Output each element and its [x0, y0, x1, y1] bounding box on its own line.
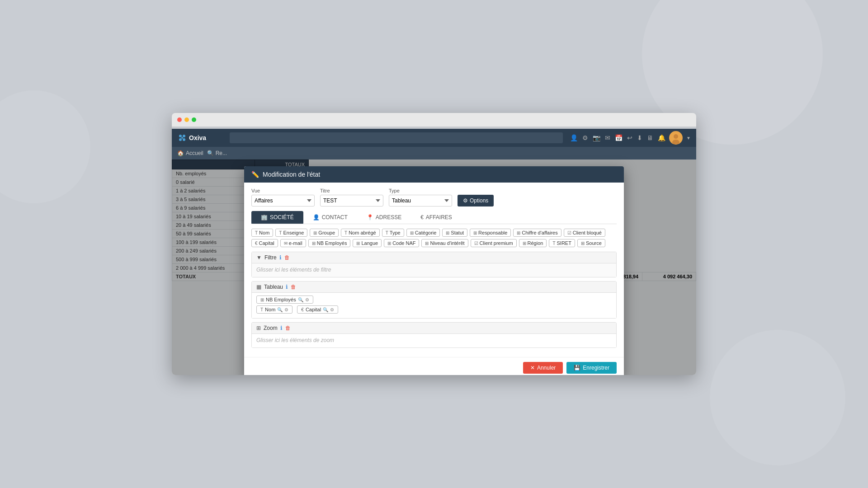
modal-overlay: ✏️ Modification de l'état Vue Affaires [172, 160, 696, 375]
tableau-icon: ▦ [256, 284, 261, 290]
field-tag-label: Responsable [478, 230, 507, 235]
cell-settings-action[interactable]: ⚙ [305, 297, 309, 302]
user-avatar[interactable] [669, 131, 683, 145]
tableau-cell-capital[interactable]: €Capital🔍⚙ [297, 305, 338, 314]
field-tag-chiffre-d'affaires[interactable]: ⊞Chiffre d'affaires [513, 229, 561, 237]
type-select[interactable]: Tableau [389, 195, 452, 206]
nav-recherche[interactable]: 🔍 Re... [207, 150, 227, 156]
tab-societe[interactable]: 🏢SOCIÉTÉ [251, 211, 303, 224]
cell-grid-icon: ⊞ [260, 297, 264, 302]
zoom-title: Zoom [264, 325, 278, 331]
camera-icon[interactable]: 📷 [593, 134, 600, 141]
field-tag-responsable[interactable]: ⊞Responsable [470, 229, 511, 237]
options-label: Options [470, 197, 488, 204]
cell-capital-search[interactable]: 🔍 [323, 307, 328, 312]
annuler-button[interactable]: ✕ Annuler [523, 362, 563, 374]
browser-dot-red[interactable] [177, 117, 182, 122]
field-tag-groupe[interactable]: ⊞Groupe [310, 229, 339, 237]
mail-icon[interactable]: ✉ [605, 134, 610, 141]
filtre-info-icon[interactable]: ℹ [279, 254, 282, 261]
field-tag-langue[interactable]: ⊞Langue [353, 239, 382, 247]
modal-footer: ✕ Annuler 💾 Enregistrer [244, 357, 624, 375]
field-tag-client-premium[interactable]: ☑Client premium [471, 239, 517, 247]
field-tag-statut[interactable]: ⊞Statut [442, 229, 467, 237]
field-tag-label: Nom abrégé [349, 230, 376, 235]
field-tag-label: SIRET [557, 240, 571, 246]
download-icon[interactable]: ⬇ [637, 134, 642, 141]
field-type-icon: T [279, 230, 282, 235]
enregistrer-button[interactable]: 💾 Enregistrer [566, 362, 617, 374]
tableau-title: Tableau [264, 284, 283, 290]
browser-dot-yellow[interactable] [184, 117, 189, 122]
bell-icon[interactable]: 🔔 [658, 134, 665, 141]
field-tag-nom[interactable]: TNom [251, 229, 273, 237]
nav-search-bar[interactable] [230, 132, 563, 143]
tab-label-adresse: ADRESSE [376, 214, 401, 221]
field-type-icon: ⊞ [312, 241, 316, 246]
app-logo-text: Oxiva [189, 134, 206, 141]
field-type-icon: ⊞ [425, 241, 429, 246]
filtre-delete-icon[interactable]: 🗑 [284, 254, 290, 261]
field-tag-capital[interactable]: €Capital [251, 239, 278, 247]
field-tag-label: Chiffre d'affaires [522, 230, 557, 235]
app-logo: Oxiva [177, 133, 222, 143]
tableau-row-1: ⊞NB Employés🔍⚙ [256, 296, 612, 304]
field-tag-siret[interactable]: TSIRET [549, 239, 575, 247]
field-tag-nom-abrégé[interactable]: TNom abrégé [341, 229, 380, 237]
field-type-icon: T [386, 230, 388, 235]
tableau-delete-icon[interactable]: 🗑 [291, 284, 296, 290]
tableau-cell-nb-employes[interactable]: ⊞NB Employés🔍⚙ [256, 296, 313, 304]
field-tag-code-naf[interactable]: ⊞Code NAF [384, 239, 419, 247]
logo-icon [177, 133, 187, 143]
tableau-info-icon[interactable]: ℹ [286, 284, 288, 290]
field-tag-région[interactable]: ⊞Région [519, 239, 547, 247]
filtre-placeholder: Glisser ici les éléments de filtre [256, 265, 331, 275]
user-icon[interactable]: 👤 [570, 134, 578, 141]
tab-contact[interactable]: 👤CONTACT [303, 211, 357, 224]
tab-adresse[interactable]: 📍ADRESSE [357, 211, 411, 224]
tab-label-societe: SOCIÉTÉ [270, 214, 294, 221]
field-tag-nb-employés[interactable]: ⊞NB Employés [308, 239, 351, 247]
titre-select[interactable]: TEST [320, 195, 383, 206]
settings-icon[interactable]: ⚙ [582, 134, 588, 141]
field-tag-label: Région [528, 240, 543, 246]
calendar-icon[interactable]: 📅 [615, 134, 623, 141]
field-tag-e-mail[interactable]: ✉e-mail [280, 239, 306, 247]
svg-point-1 [183, 135, 185, 137]
options-button[interactable]: ⚙ Options [458, 195, 494, 206]
vue-select[interactable]: Affaires [251, 195, 315, 206]
field-tag-enseigne[interactable]: TEnseigne [275, 229, 307, 237]
cell-nom-search[interactable]: 🔍 [277, 307, 283, 312]
search-icon: 🔍 [207, 150, 214, 156]
edit-icon: ✏️ [251, 171, 259, 178]
zoom-info-icon[interactable]: ℹ [280, 325, 283, 331]
field-tag-label: Type [390, 230, 401, 235]
svg-point-2 [179, 138, 182, 141]
save-disk-icon: 💾 [574, 365, 580, 371]
history-icon[interactable]: ↩ [627, 134, 632, 141]
cell-capital-settings[interactable]: ⚙ [330, 307, 334, 312]
cell-nom-settings[interactable]: ⚙ [284, 307, 288, 312]
header-dropdown-arrow[interactable]: ▼ [686, 136, 691, 141]
field-tag-source[interactable]: ⊞Source [577, 239, 605, 247]
field-type-icon: T [255, 230, 258, 235]
tab-affaires[interactable]: €AFFAIRES [411, 211, 462, 224]
field-tag-client-bloqué[interactable]: ☑Client bloqué [564, 229, 605, 237]
field-tag-catégorie[interactable]: ⊞Catégorie [406, 229, 440, 237]
annuler-label: Annuler [537, 365, 556, 371]
zoom-delete-icon[interactable]: 🗑 [285, 325, 291, 331]
field-tag-label: Client bloqué [573, 230, 602, 235]
cell-search-action[interactable]: 🔍 [298, 297, 303, 302]
field-tag-label: Enseigne [283, 230, 304, 235]
nav-accueil[interactable]: 🏠 Accueil [177, 150, 203, 156]
svg-point-4 [181, 137, 183, 139]
filtre-section-header: ▼ Filtre ℹ 🗑 [252, 252, 616, 263]
modal-title: Modification de l'état [263, 171, 320, 178]
field-tag-type[interactable]: TType [382, 229, 404, 237]
browser-dot-green[interactable] [192, 117, 196, 122]
field-tag-niveau-d'intérêt[interactable]: ⊞Niveau d'intérêt [421, 239, 468, 247]
tableau-cell-nom[interactable]: TNom🔍⚙ [256, 305, 292, 314]
tab-icon-adresse: 📍 [367, 214, 373, 221]
cell-label: NB Employés [266, 297, 296, 302]
monitor-icon[interactable]: 🖥 [647, 134, 653, 141]
